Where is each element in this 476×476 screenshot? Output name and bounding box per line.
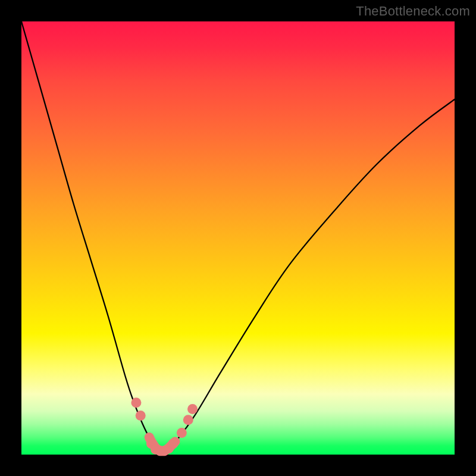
- bottleneck-curve: [21, 21, 455, 452]
- curve-marker: [168, 439, 178, 449]
- curve-svg: [21, 21, 455, 455]
- watermark-text: TheBottleneck.com: [356, 4, 470, 19]
- chart-frame: TheBottleneck.com: [0, 0, 476, 476]
- curve-marker: [131, 397, 141, 408]
- curve-marker: [187, 404, 198, 414]
- curve-marker: [177, 428, 187, 438]
- curve-marker: [136, 411, 146, 421]
- plot-area: [21, 21, 455, 455]
- curve-marker: [183, 415, 193, 425]
